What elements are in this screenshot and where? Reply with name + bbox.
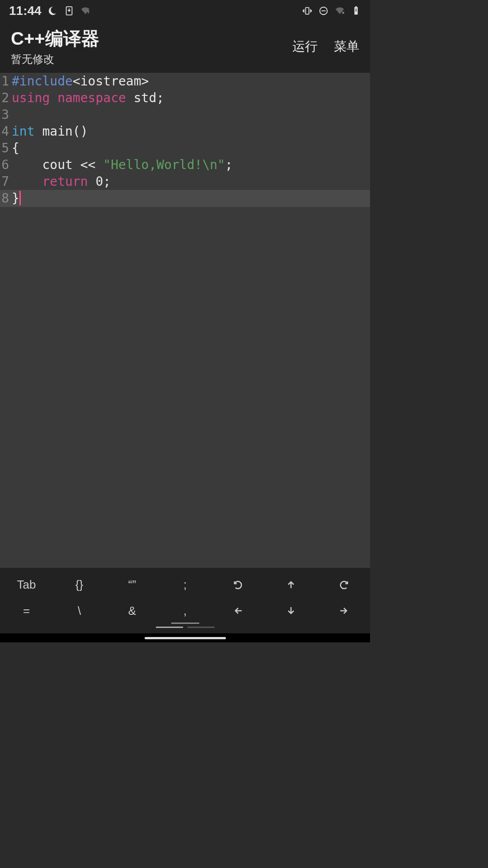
- code-line[interactable]: 2using namespace std;: [0, 90, 370, 106]
- code-line[interactable]: 3: [0, 106, 370, 123]
- arrow-right-icon: [338, 605, 349, 616]
- code-content[interactable]: return 0;: [12, 173, 370, 190]
- line-number: 4: [0, 123, 12, 140]
- header-actions: 运行 菜单: [292, 38, 359, 55]
- arrow-up-icon: [286, 579, 296, 590]
- status-left: 11:44 ?: [9, 4, 90, 18]
- code-line[interactable]: 8}: [0, 190, 370, 207]
- redo-icon: [338, 579, 349, 590]
- line-number: 2: [0, 90, 12, 106]
- key-redo[interactable]: [317, 571, 370, 598]
- key-braces[interactable]: {}: [53, 571, 106, 598]
- line-number: 8: [0, 190, 12, 207]
- code-line[interactable]: 1#include<iostream>: [0, 73, 370, 90]
- code-content[interactable]: }: [12, 190, 370, 207]
- key-up[interactable]: [264, 571, 317, 598]
- key-semicolon[interactable]: ;: [159, 571, 211, 598]
- arrow-down-icon: [286, 605, 296, 616]
- system-nav-bar: [0, 633, 370, 642]
- run-button[interactable]: 运行: [292, 38, 318, 55]
- arrow-left-icon: [233, 605, 244, 616]
- key-equals[interactable]: =: [0, 598, 53, 624]
- line-number: 3: [0, 106, 12, 123]
- key-comma[interactable]: ,: [159, 598, 211, 624]
- line-number: 1: [0, 73, 12, 90]
- key-amp[interactable]: &: [106, 598, 159, 624]
- code-line[interactable]: 5{: [0, 140, 370, 156]
- undo-icon: [233, 579, 244, 590]
- code-content[interactable]: [12, 106, 370, 123]
- code-content[interactable]: #include<iostream>: [12, 73, 370, 90]
- key-left[interactable]: [211, 598, 264, 624]
- status-time: 11:44: [9, 4, 42, 18]
- code-line[interactable]: 6 cout << "Hello,World!\n";: [0, 156, 370, 173]
- text-cursor: [19, 191, 21, 205]
- svg-rect-9: [355, 6, 357, 7]
- nav-handle[interactable]: [145, 637, 226, 639]
- wifi-weak-icon: ?: [80, 6, 90, 16]
- code-line[interactable]: 7 return 0;: [0, 173, 370, 190]
- code-content[interactable]: using namespace std;: [12, 90, 370, 106]
- dnd-icon: [319, 6, 328, 16]
- header-left: C++编译器 暂无修改: [11, 26, 99, 66]
- page-dot[interactable]: [188, 627, 215, 628]
- key-backslash[interactable]: \: [53, 598, 106, 624]
- download-icon: [64, 6, 74, 16]
- svg-rect-4: [305, 8, 309, 14]
- line-number: 5: [0, 140, 12, 156]
- toolbar-row-1: Tab{}“”;: [0, 571, 370, 598]
- code-content[interactable]: {: [12, 140, 370, 156]
- symbol-toolbar: Tab{}“”; =\&,: [0, 568, 370, 633]
- menu-button[interactable]: 菜单: [334, 38, 359, 55]
- key-down[interactable]: [264, 598, 317, 624]
- status-right: ×: [302, 6, 361, 16]
- page-dot[interactable]: [156, 627, 183, 628]
- app-title: C++编译器: [11, 26, 99, 51]
- svg-text:?: ?: [87, 10, 89, 14]
- battery-charging-icon: [351, 6, 361, 16]
- app-subtitle: 暂无修改: [11, 52, 99, 66]
- line-number: 6: [0, 156, 12, 173]
- vibrate-icon: [302, 6, 312, 16]
- key-quotes[interactable]: “”: [106, 571, 159, 598]
- key-undo[interactable]: [211, 571, 264, 598]
- wifi-off-icon: ×: [335, 6, 345, 16]
- app-header: C++编译器 暂无修改 运行 菜单: [0, 22, 370, 73]
- code-line[interactable]: 4int main(): [0, 123, 370, 140]
- svg-text:×: ×: [342, 10, 345, 15]
- line-number: 7: [0, 173, 12, 190]
- key-right[interactable]: [317, 598, 370, 624]
- moon-icon: [48, 6, 58, 16]
- status-bar: 11:44 ? ×: [0, 0, 370, 22]
- code-content[interactable]: cout << "Hello,World!\n";: [12, 156, 370, 173]
- toolbar-page-indicator: [0, 624, 370, 633]
- key-tab[interactable]: Tab: [0, 571, 53, 598]
- code-content[interactable]: int main(): [12, 123, 370, 140]
- code-editor[interactable]: 1#include<iostream>2using namespace std;…: [0, 73, 370, 568]
- toolbar-row-2: =\&,: [0, 598, 370, 624]
